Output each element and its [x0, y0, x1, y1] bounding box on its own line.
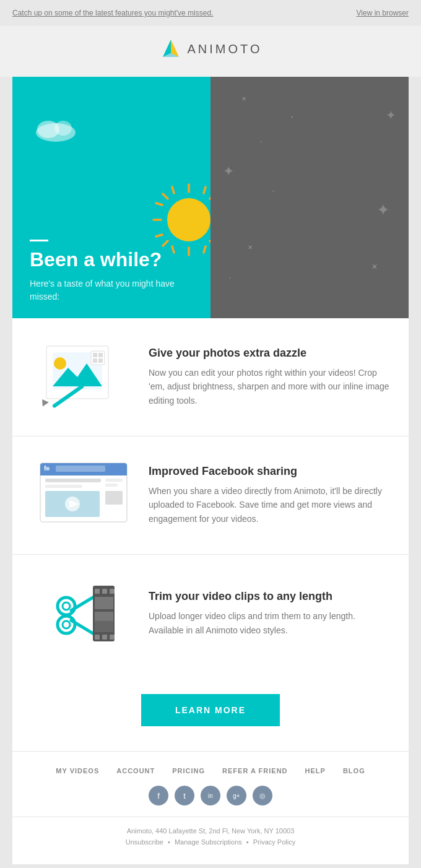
svg-rect-60	[110, 635, 115, 640]
svg-rect-56	[102, 589, 107, 594]
svg-rect-30	[93, 358, 97, 363]
privacy-policy-link[interactable]: Privacy Policy	[253, 838, 295, 846]
svg-rect-47	[105, 491, 123, 505]
footer-nav: MY VIDEOS ACCOUNT PRICING REFER A FRIEND…	[12, 752, 409, 817]
cta-area: LEARN MORE	[12, 672, 409, 752]
svg-rect-57	[110, 589, 115, 594]
footer-nav-refer[interactable]: REFER A FRIEND	[222, 767, 287, 775]
svg-rect-46	[105, 484, 118, 487]
photo-edit-illustration	[34, 340, 133, 414]
feature-desc-trim: Upload longer video clips and trim them …	[149, 609, 390, 637]
footer-address: Animoto, 440 Lafayette St, 2nd Fl, New Y…	[12, 827, 409, 835]
svg-rect-41	[45, 485, 82, 488]
feature-desc-facebook: When you share a video directly from Ani…	[149, 484, 390, 526]
svg-rect-38	[56, 466, 105, 472]
svg-point-22	[167, 198, 210, 241]
catch-up-link[interactable]: Catch up on some of the latest features …	[12, 9, 213, 17]
svg-point-26	[54, 357, 66, 370]
svg-point-51	[63, 621, 70, 628]
svg-line-19	[172, 246, 174, 253]
trim-illustration	[34, 576, 133, 651]
unsubscribe-link[interactable]: Unsubscribe	[126, 838, 163, 846]
svg-line-13	[163, 241, 168, 246]
feature-text-photos: Give your photos extra dazzle Now you ca…	[149, 347, 390, 407]
feature-img-photos	[31, 337, 136, 417]
logo-area: ANIMOTO	[0, 26, 421, 77]
main-content: Give your photos extra dazzle Now you ca…	[12, 318, 409, 672]
feature-img-trim	[31, 573, 136, 654]
feature-title-photos: Give your photos extra dazzle	[149, 347, 390, 360]
hero-dash	[30, 240, 48, 241]
hero-right-panel: ✕ • • ✦ ✦ ✦ ✕ • ✕ •	[210, 77, 409, 318]
manage-subscriptions-link[interactable]: Manage Subscriptions	[175, 838, 242, 846]
footer-bottom: Animoto, 440 Lafayette St, 2nd Fl, New Y…	[12, 817, 409, 864]
footer-nav-help[interactable]: HELP	[305, 767, 326, 775]
top-bar: Catch up on some of the latest features …	[0, 0, 421, 26]
svg-rect-58	[95, 635, 100, 640]
social-icons: f t in g+ ◎	[12, 786, 409, 805]
svg-rect-40	[45, 479, 101, 482]
feature-text-trim: Trim your video clips to any length Uplo…	[149, 590, 390, 637]
feature-title-facebook: Improved Facebook sharing	[149, 465, 390, 478]
svg-line-10	[163, 194, 168, 199]
social-instagram-icon[interactable]: ◎	[253, 786, 272, 805]
footer-nav-links: MY VIDEOS ACCOUNT PRICING REFER A FRIEND…	[12, 767, 409, 775]
svg-rect-29	[98, 353, 103, 357]
svg-rect-55	[95, 589, 100, 594]
cloud-illustration	[31, 111, 80, 144]
social-linkedin-icon[interactable]: in	[201, 786, 220, 805]
svg-rect-45	[105, 479, 123, 482]
feature-title-trim: Trim your video clips to any length	[149, 590, 390, 603]
feature-row-photos: Give your photos extra dazzle Now you ca…	[12, 318, 409, 436]
separator-1: •	[168, 838, 172, 846]
logo-text: ANIMOTO	[188, 42, 263, 56]
svg-line-20	[156, 235, 162, 237]
svg-rect-61	[95, 597, 113, 609]
hero-subtitle: Here's a taste of what you might have mi…	[30, 277, 193, 303]
animoto-logo-icon	[159, 37, 183, 61]
footer-nav-my-videos[interactable]: MY VIDEOS	[56, 767, 99, 775]
social-facebook-icon[interactable]: f	[149, 786, 168, 805]
feature-row-trim: Trim your video clips to any length Uplo…	[12, 555, 409, 672]
svg-point-49	[63, 602, 70, 610]
footer-nav-account[interactable]: ACCOUNT	[116, 767, 155, 775]
footer-bottom-links: Unsubscribe • Manage Subscriptions • Pri…	[12, 838, 409, 846]
svg-point-5	[54, 121, 72, 136]
svg-rect-28	[93, 353, 97, 357]
feature-row-facebook: f Improved Facebook sharing When you sha…	[12, 436, 409, 555]
svg-point-37	[46, 467, 50, 471]
logo: ANIMOTO	[159, 37, 263, 61]
svg-line-16	[156, 203, 162, 205]
feature-text-facebook: Improved Facebook sharing When you share…	[149, 465, 390, 526]
svg-line-15	[204, 246, 206, 253]
svg-line-14	[172, 187, 174, 193]
hero-section: Been a while? Here's a taste of what you…	[12, 77, 409, 318]
feature-img-facebook: f	[31, 455, 136, 536]
social-googleplus-icon[interactable]: g+	[227, 786, 246, 805]
svg-rect-59	[102, 635, 107, 640]
separator-2: •	[246, 838, 251, 846]
learn-more-button[interactable]: LEARN MORE	[141, 694, 280, 726]
svg-line-18	[204, 187, 206, 193]
feature-desc-photos: Now you can edit your photos right withi…	[149, 366, 390, 407]
view-in-browser-link[interactable]: View in browser	[357, 9, 409, 17]
footer-nav-pricing[interactable]: PRICING	[172, 767, 205, 775]
social-twitter-icon[interactable]: t	[175, 786, 194, 805]
hero-left-panel: Been a while? Here's a taste of what you…	[12, 77, 210, 318]
facebook-illustration: f	[34, 460, 133, 531]
svg-rect-31	[98, 358, 103, 363]
svg-rect-63	[95, 621, 113, 632]
footer-nav-blog[interactable]: BLOG	[343, 767, 365, 775]
